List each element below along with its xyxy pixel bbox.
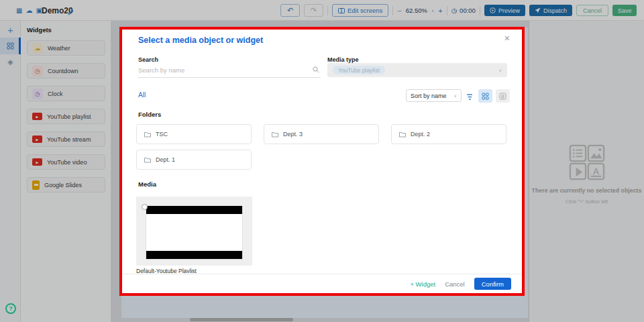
thumbnail-bar-top xyxy=(146,206,242,214)
folder-icon xyxy=(144,157,151,163)
folder-card-tsc[interactable]: TSC xyxy=(136,124,252,144)
sort-order-button[interactable] xyxy=(466,91,473,103)
chevron-down-icon: ∨ xyxy=(454,93,457,98)
chevron-down-icon: ∨ xyxy=(499,68,502,72)
confirm-button[interactable]: Confirm xyxy=(474,278,511,290)
folder-icon xyxy=(272,131,278,138)
folder-icon xyxy=(144,131,151,138)
grid-view-icon xyxy=(482,93,489,100)
search-field xyxy=(138,63,321,78)
modal-cancel-button[interactable]: Cancel xyxy=(445,280,465,288)
folder-icon xyxy=(399,131,406,138)
list-view-icon xyxy=(499,93,506,100)
modal-title: Select a media object or widget xyxy=(138,36,263,45)
list-view-toggle[interactable] xyxy=(496,89,510,103)
media-radio[interactable] xyxy=(142,204,148,210)
folders-section-title: Folders xyxy=(138,111,161,118)
media-type-label: Media type xyxy=(327,56,359,63)
media-type-select[interactable]: YouTube playlist ∨ xyxy=(327,63,507,77)
close-icon[interactable]: × xyxy=(504,33,510,44)
search-label: Search xyxy=(138,56,158,63)
filter-all-link[interactable]: All xyxy=(138,91,146,99)
media-section-title: Media xyxy=(138,180,156,188)
folder-card-dept-2[interactable]: Dept. 2 xyxy=(391,124,506,144)
folder-card-dept-1[interactable]: Dept. 1 xyxy=(136,150,252,170)
media-type-chip: YouTube playlist xyxy=(333,66,385,74)
folder-card-dept-3[interactable]: Dept. 3 xyxy=(264,124,379,144)
media-item-name: Default-Youtube Playlist xyxy=(136,268,252,273)
app-root: ▦ ☁ ▣ Demo20 ↶ ↷ Edit screens − 62.50% ∨… xyxy=(0,0,644,322)
media-thumbnail xyxy=(146,205,243,260)
search-icon xyxy=(313,66,319,73)
add-widget-button[interactable]: + Widget xyxy=(410,280,435,288)
thumbnail-bar-bottom xyxy=(146,251,242,259)
grid-view-toggle[interactable] xyxy=(478,89,492,103)
media-item-card[interactable] xyxy=(136,197,252,266)
select-media-modal: Select a media object or widget × Search… xyxy=(119,27,525,296)
modal-footer: + Widget Cancel Confirm xyxy=(122,274,522,293)
sort-select[interactable]: Sort by name ∨ xyxy=(406,89,462,102)
search-input[interactable] xyxy=(138,64,309,77)
